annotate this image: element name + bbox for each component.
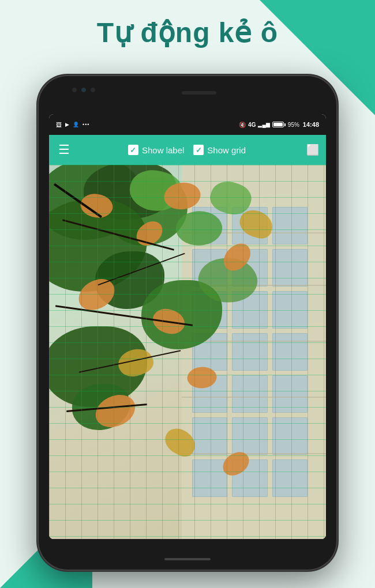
app-bar: ☰ ✓ Show label ✓ Show grid [49, 135, 326, 165]
image-status-icon: 🖼 [56, 122, 62, 128]
camera-dot [81, 88, 86, 92]
mute-icon: 🔇 [239, 122, 246, 128]
phone-sensors [72, 88, 95, 92]
time-display: 14:48 [303, 121, 319, 128]
status-left-icons: 🖼 ▶ 👤 ••• [56, 122, 89, 128]
sensor-dot-1 [72, 88, 77, 92]
show-grid-checkbox[interactable]: ✓ [193, 145, 204, 155]
battery-icon [272, 122, 286, 127]
show-grid-control[interactable]: ✓ Show grid [193, 145, 246, 155]
grid-overlay [49, 165, 326, 539]
phone-body: 🖼 ▶ 👤 ••• 🔇 4G ▂▄▆ 95% [38, 75, 337, 571]
phone-home-bar [164, 558, 211, 560]
battery-percent: 95% [288, 122, 299, 128]
app-bar-controls: ✓ Show label ✓ Show grid [77, 145, 297, 155]
show-grid-checkmark: ✓ [196, 146, 202, 154]
user-status-icon: 👤 [73, 122, 79, 127]
show-label-control[interactable]: ✓ Show label [128, 145, 184, 155]
status-right-icons: 🔇 4G ▂▄▆ 95% 14:48 [239, 121, 319, 128]
phone-screen: 🖼 ▶ 👤 ••• 🔇 4G ▂▄▆ 95% [49, 114, 326, 539]
show-label-checkmark: ✓ [130, 146, 136, 154]
show-label-checkbox[interactable]: ✓ [128, 145, 138, 155]
sensor-dot-2 [91, 88, 95, 92]
more-status-icon: ••• [82, 122, 89, 127]
window-icon[interactable]: ⬜ [306, 144, 319, 156]
show-label-text: Show label [142, 145, 184, 155]
main-image-area [49, 165, 326, 539]
menu-icon[interactable]: ☰ [56, 140, 72, 160]
play-status-icon: ▶ [65, 122, 69, 127]
phone-mockup: 🖼 ▶ 👤 ••• 🔇 4G ▂▄▆ 95% [38, 75, 337, 571]
show-grid-text: Show grid [207, 145, 246, 155]
phone-speaker [182, 91, 216, 95]
signal-icon: ▂▄▆ [258, 122, 269, 127]
page-title: Tự động kẻ ô [0, 16, 375, 48]
status-bar: 🖼 ▶ 👤 ••• 🔇 4G ▂▄▆ 95% [49, 114, 326, 135]
network-type: 4G [248, 122, 256, 128]
